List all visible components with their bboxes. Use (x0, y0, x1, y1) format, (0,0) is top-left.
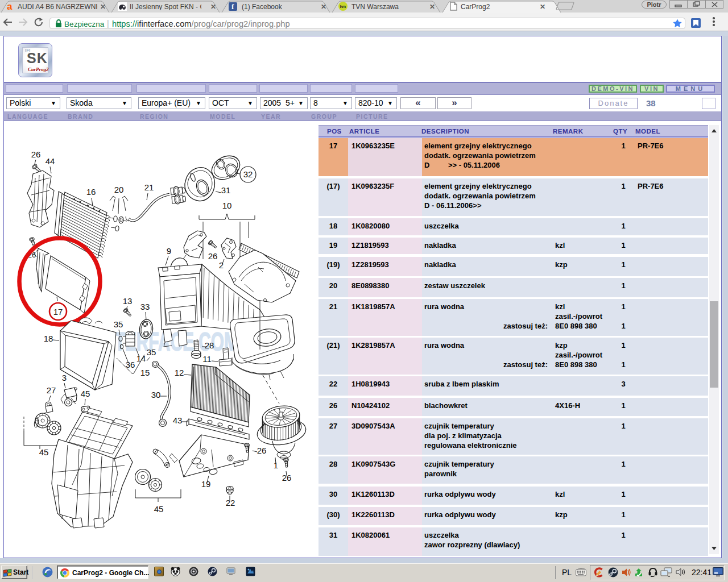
svg-text:35: 35 (147, 347, 156, 357)
svg-text:28: 28 (205, 340, 214, 350)
svg-text:26: 26 (31, 149, 41, 159)
svg-text:30: 30 (151, 390, 161, 400)
svg-text:9: 9 (167, 246, 171, 256)
svg-text:36: 36 (126, 360, 135, 369)
svg-text:21: 21 (144, 182, 154, 192)
svg-text:32: 32 (243, 169, 253, 179)
svg-text:45: 45 (154, 504, 164, 514)
svg-text:12: 12 (175, 368, 184, 377)
svg-text:33: 33 (140, 302, 150, 311)
svg-text:16: 16 (86, 187, 96, 197)
svg-text:45: 45 (39, 447, 49, 457)
svg-text:10: 10 (222, 201, 232, 210)
svg-text:31: 31 (221, 185, 231, 195)
svg-text:27: 27 (47, 385, 56, 395)
svg-text:44: 44 (46, 156, 55, 166)
svg-text:17: 17 (53, 307, 63, 317)
svg-text:26: 26 (257, 446, 267, 455)
svg-text:22: 22 (226, 498, 235, 508)
svg-text:45: 45 (81, 389, 90, 398)
svg-text:3: 3 (62, 373, 67, 383)
svg-text:43: 43 (173, 415, 183, 425)
svg-text:26: 26 (208, 251, 218, 261)
svg-text:35: 35 (114, 319, 123, 329)
svg-text:18: 18 (44, 334, 53, 343)
svg-text:19: 19 (201, 479, 211, 489)
svg-text:15: 15 (140, 368, 150, 377)
svg-text:11: 11 (202, 354, 212, 364)
svg-text:13: 13 (123, 296, 133, 306)
svg-text:20: 20 (114, 185, 124, 194)
